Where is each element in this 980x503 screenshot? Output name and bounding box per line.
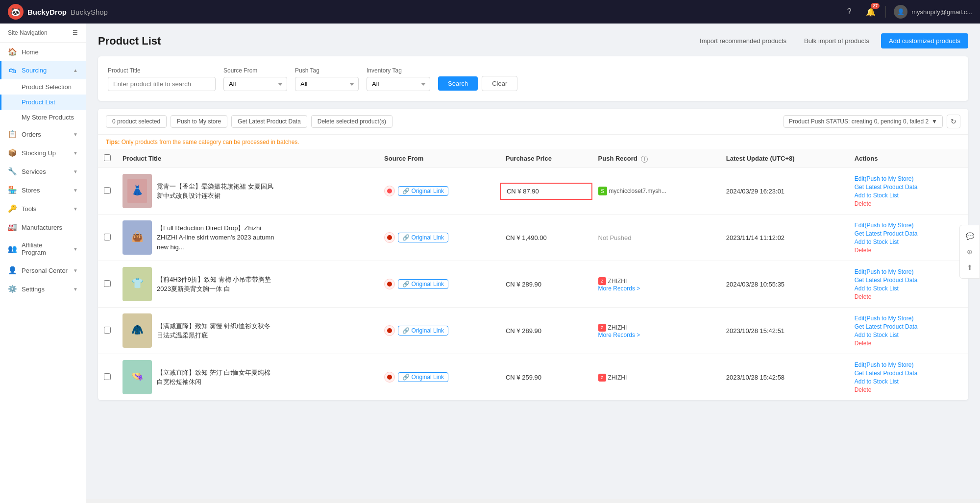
sidebar-item-personal-center[interactable]: 👤 Personal Center ▼ — [0, 261, 86, 280]
push-record-info-icon[interactable]: i — [641, 156, 648, 163]
product-title-text: 【立减直降】致知 茫汀 白t恤女年夏纯棉白宽松短袖休闲 — [157, 368, 274, 387]
sidebar-item-orders[interactable]: 📋 Orders ▼ — [0, 125, 86, 144]
get-latest-link[interactable]: Get Latest Product Data — [855, 184, 962, 191]
horizontal-scrollbar[interactable] — [86, 499, 980, 503]
selected-count-button[interactable]: 0 product selected — [106, 115, 167, 128]
sidebar-item-settings[interactable]: ⚙️ Settings ▼ — [0, 280, 86, 298]
add-customized-button[interactable]: Add customized products — [881, 33, 968, 48]
original-link-button[interactable]: 🔗 Original Link — [398, 279, 448, 289]
sidebar-title: Site Navigation — [8, 29, 48, 36]
status-dropdown[interactable]: Product Push STATUS: creating 0, pending… — [784, 115, 943, 128]
add-stock-link[interactable]: Add to Stock List — [855, 332, 962, 338]
import-recommended-button[interactable]: Import recommended products — [694, 34, 792, 48]
side-tool-top[interactable]: ⬆ — [963, 261, 977, 274]
main-content: Product List Import recommended products… — [86, 24, 980, 503]
get-latest-link[interactable]: Get Latest Product Data — [855, 323, 962, 330]
edit-push-link[interactable]: Edit(Push to My Store) — [855, 361, 962, 368]
sidebar-item-services[interactable]: 🔧 Services ▼ — [0, 162, 86, 181]
personal-icon: 👤 — [8, 266, 17, 275]
top-navigation: 🐼 BuckyDrop BuckyShop ? 🔔 27 👤 myshopify… — [0, 0, 980, 24]
delete-link[interactable]: Delete — [855, 293, 962, 300]
row-checkbox[interactable] — [104, 187, 111, 194]
svg-text:👕: 👕 — [131, 277, 144, 289]
store-name: ZHIZHI — [608, 324, 627, 331]
notification-button[interactable]: 🔔 27 — [864, 5, 878, 19]
more-records-button[interactable]: More Records > — [598, 285, 714, 292]
inventory-tag-label: Inventory Tag — [367, 67, 430, 74]
sidebar-item-tools[interactable]: 🔑 Tools ▼ — [0, 199, 86, 218]
inventory-tag-select[interactable]: All Option1 — [367, 77, 430, 91]
sidebar-item-product-list[interactable]: Product List — [0, 95, 86, 110]
edit-push-link[interactable]: Edit(Push to My Store) — [855, 222, 962, 229]
product-info: 👗 霓青一【香尘】晕染撮花旗袍裙 女夏国风新中式改良设计连衣裙 — [122, 174, 372, 208]
user-menu[interactable]: 👤 myshopify@gmail.c... — [894, 5, 972, 19]
delete-link[interactable]: Delete — [855, 340, 962, 347]
source-from-cell: 🔗 Original Link — [378, 168, 500, 215]
delete-selected-button[interactable]: Delete selected product(s) — [311, 115, 392, 128]
original-link-button[interactable]: 🔗 Original Link — [398, 326, 448, 335]
svg-point-8 — [387, 282, 392, 287]
select-all-checkbox[interactable] — [104, 154, 111, 161]
side-tool-chat[interactable]: 💬 — [963, 229, 977, 243]
sidebar-item-manufacturers[interactable]: 🏭 Manufacturers — [0, 218, 86, 237]
chevron-down-icon: ▼ — [73, 188, 78, 193]
original-link-button[interactable]: 🔗 Original Link — [398, 233, 448, 242]
row-checkbox[interactable] — [104, 327, 111, 334]
latest-update-cell: 2024/03/29 16:23:01 — [720, 168, 849, 215]
col-actions: Actions — [849, 149, 968, 168]
more-records-button[interactable]: More Records > — [598, 332, 714, 338]
delete-link[interactable]: Delete — [855, 200, 962, 207]
add-stock-link[interactable]: Add to Stock List — [855, 192, 962, 199]
page-header: Product List Import recommended products… — [98, 33, 968, 48]
product-title-cell: 👗 霓青一【香尘】晕染撮花旗袍裙 女夏国风新中式改良设计连衣裙 — [117, 168, 378, 215]
get-latest-data-button[interactable]: Get Latest Product Data — [231, 115, 307, 128]
push-tag-select[interactable]: All Option1 — [295, 77, 359, 91]
product-thumbnail: 🧥 — [122, 313, 152, 348]
edit-push-link[interactable]: Edit(Push to My Store) — [855, 315, 962, 322]
edit-push-link[interactable]: Edit(Push to My Store) — [855, 175, 962, 182]
side-tool-help[interactable]: ⊕ — [963, 245, 977, 259]
delete-link[interactable]: Delete — [855, 247, 962, 254]
purchase-price-cell: CN ¥ 289.90 — [500, 261, 592, 308]
sidebar-item-product-selection[interactable]: Product Selection — [0, 79, 86, 95]
svg-text:🧥: 🧥 — [131, 324, 144, 335]
row-checkbox[interactable] — [104, 373, 111, 380]
original-link-button[interactable]: 🔗 Original Link — [398, 186, 448, 196]
source-from-select[interactable]: All Option1 — [223, 77, 287, 91]
filter-row: Product Title Source From All Option1 Pu… — [108, 66, 958, 91]
sidebar-item-stores[interactable]: 🏪 Stores ▼ — [0, 181, 86, 199]
store-name: ZHIZHI — [608, 374, 627, 381]
refresh-button[interactable]: ↻ — [947, 115, 960, 128]
sidebar-item-my-store-products[interactable]: My Store Products — [0, 110, 86, 125]
push-to-store-button[interactable]: Push to My store — [171, 115, 227, 128]
sidebar-item-label: Stocking Up — [22, 149, 56, 157]
add-stock-link[interactable]: Add to Stock List — [855, 239, 962, 245]
get-latest-link[interactable]: Get Latest Product Data — [855, 370, 962, 377]
search-button[interactable]: Search — [438, 76, 478, 91]
delete-link[interactable]: Delete — [855, 386, 962, 393]
clear-button[interactable]: Clear — [482, 76, 517, 91]
row-checkbox[interactable] — [104, 280, 111, 287]
sidebar-item-affiliate[interactable]: 👥 Affiliate Program ▼ — [0, 237, 86, 261]
active-bar — [0, 61, 1, 79]
sidebar-item-home[interactable]: 🏠 Home — [0, 43, 86, 61]
get-latest-link[interactable]: Get Latest Product Data — [855, 277, 962, 284]
tips-row: Tips: Only products from the same catego… — [98, 135, 968, 149]
brand-logo[interactable]: 🐼 BuckyDrop BuckyShop — [8, 4, 108, 20]
add-stock-link[interactable]: Add to Stock List — [855, 285, 962, 292]
menu-icon[interactable]: ☰ — [73, 29, 78, 36]
toolbar-right: Product Push STATUS: creating 0, pending… — [784, 115, 960, 128]
chevron-down-icon: ▼ — [73, 206, 78, 212]
original-link-button[interactable]: 🔗 Original Link — [398, 372, 448, 382]
chevron-down-icon: ▼ — [73, 287, 78, 292]
sidebar-item-stocking-up[interactable]: 📦 Stocking Up ▼ — [0, 144, 86, 162]
row-checkbox[interactable] — [104, 234, 111, 240]
add-stock-link[interactable]: Add to Stock List — [855, 378, 962, 385]
help-button[interactable]: ? — [842, 5, 856, 19]
bulk-import-button[interactable]: Bulk import of products — [798, 34, 875, 48]
chevron-down-icon: ▼ — [73, 268, 78, 273]
sidebar-item-sourcing[interactable]: 🛍 Sourcing ▲ — [0, 61, 86, 79]
get-latest-link[interactable]: Get Latest Product Data — [855, 230, 962, 237]
edit-push-link[interactable]: Edit(Push to My Store) — [855, 268, 962, 275]
product-title-input[interactable] — [108, 77, 216, 91]
